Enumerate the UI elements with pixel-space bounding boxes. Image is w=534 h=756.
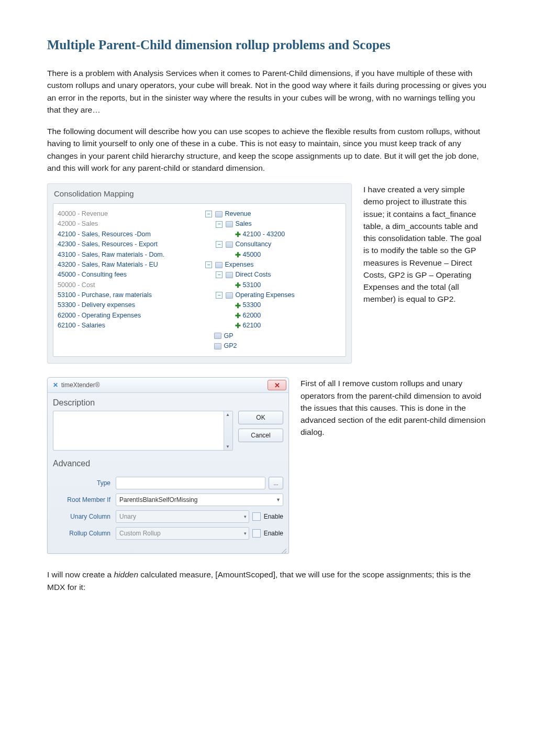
folder-icon: [226, 292, 233, 299]
unary-column-combo[interactable]: Unary▾: [116, 510, 249, 523]
rollup-enable-checkbox[interactable]: [252, 529, 261, 538]
tree-item[interactable]: ✚62000: [205, 311, 341, 321]
list-item[interactable]: 42000 - Sales: [58, 219, 200, 229]
plus-icon: ✚: [235, 232, 240, 237]
dialog-titlebar: ✕ timeXtender® ✕: [48, 378, 288, 393]
tree-item[interactable]: ✚53100: [205, 280, 341, 290]
label-rollup-column: Rollup Column: [53, 530, 113, 537]
app-icon: ✕: [53, 382, 58, 388]
tree-item-label: Sales: [235, 219, 251, 229]
list-item[interactable]: 40000 - Revenue: [58, 209, 200, 219]
scroll-down-icon[interactable]: ▼: [226, 444, 231, 449]
folder-icon: [215, 262, 222, 268]
paragraph-3: I will now create a hidden calculated me…: [47, 568, 487, 593]
tree-item[interactable]: −Operating Expenses: [205, 290, 341, 300]
rollup-column-combo[interactable]: Custom Rollup▾: [116, 527, 249, 540]
folder-icon: [214, 343, 221, 349]
unary-enable-label: Enable: [264, 513, 283, 520]
account-flat-list: 40000 - Revenue42000 - Sales42100 - Sale…: [58, 209, 200, 351]
ok-button[interactable]: OK: [238, 411, 283, 424]
list-item[interactable]: 45000 - Consulting fees: [58, 270, 200, 280]
resize-grip-icon[interactable]: [280, 547, 286, 553]
tree-item-label: 42100 - 43200: [242, 229, 285, 239]
tree-item-label: 45000: [242, 250, 261, 260]
root-member-if-combo[interactable]: ParentIsBlankSelfOrMissing▼: [116, 494, 283, 506]
type-browse-button[interactable]: ...: [269, 477, 283, 489]
label-root-member-if: Root Member If: [53, 496, 113, 503]
close-button[interactable]: ✕: [268, 380, 286, 390]
tree-item[interactable]: −Expenses: [205, 260, 341, 270]
paragraph-1: There is a problem with Analysis Service…: [47, 67, 487, 116]
plus-icon: ✚: [235, 313, 240, 318]
tree-item-label: 53300: [242, 300, 261, 310]
tree-item-label: GP: [224, 331, 233, 341]
list-item[interactable]: 53100 - Purchase, raw materials: [58, 290, 200, 300]
list-item[interactable]: 42100 - Sales, Resources -Dom: [58, 229, 200, 239]
list-item[interactable]: 53300 - Delivery expenses: [58, 300, 200, 310]
section-description: Description: [53, 396, 283, 411]
tree-item-label: 62000: [242, 311, 261, 321]
collapse-icon[interactable]: −: [216, 221, 222, 228]
tree-item[interactable]: GP: [205, 331, 341, 341]
folder-icon: [215, 211, 222, 217]
cancel-button[interactable]: Cancel: [238, 429, 283, 442]
tree-item-label: Expenses: [225, 260, 253, 270]
consolidation-mapping-panel: Consolidation Mapping 40000 - Revenue420…: [47, 183, 352, 364]
tree-item-label: GP2: [224, 341, 237, 351]
section-advanced: Advanced: [53, 457, 283, 472]
type-combo[interactable]: [116, 477, 265, 489]
account-tree: −Revenue−Sales✚42100 - 43200−Consultancy…: [205, 209, 341, 351]
collapse-icon[interactable]: −: [205, 261, 212, 268]
paragraph-2: The following document will describe how…: [47, 125, 487, 174]
side-paragraph-1: I have created a very simple demo projec…: [363, 183, 487, 305]
tree-item[interactable]: ✚45000: [205, 250, 341, 260]
plus-icon: ✚: [235, 252, 240, 257]
page-title: Multiple Parent-Child dimension rollup p…: [47, 38, 487, 52]
folder-icon: [214, 333, 221, 339]
list-item[interactable]: 62100 - Salaries: [58, 321, 200, 331]
tree-item-label: Operating Expenses: [235, 290, 294, 300]
list-item[interactable]: 50000 - Cost: [58, 280, 200, 290]
folder-icon: [226, 272, 233, 278]
edit-dimension-dialog: ✕ timeXtender® ✕ Description ▲ ▼ OK Canc…: [47, 377, 289, 554]
tree-item[interactable]: GP2: [205, 341, 341, 351]
collapse-icon[interactable]: −: [216, 271, 222, 278]
rollup-enable-label: Enable: [264, 530, 283, 537]
tree-item-label: Consultancy: [235, 239, 271, 249]
label-unary-column: Unary Column: [53, 513, 113, 520]
tree-item-label: 62100: [242, 321, 261, 331]
tree-item-label: Direct Costs: [235, 270, 271, 280]
plus-icon: ✚: [235, 323, 240, 328]
tree-item[interactable]: −Direct Costs: [205, 270, 341, 280]
dialog-title: timeXtender®: [61, 381, 100, 389]
tree-item-label: Revenue: [225, 209, 251, 219]
label-type: Type: [53, 479, 113, 487]
tree-item[interactable]: −Sales: [205, 219, 341, 229]
list-item[interactable]: 43100 - Sales, Raw materials - Dom.: [58, 250, 200, 260]
collapse-icon[interactable]: −: [216, 241, 222, 248]
folder-icon: [226, 221, 233, 227]
tree-item[interactable]: ✚62100: [205, 321, 341, 331]
plus-icon: ✚: [235, 303, 240, 308]
tree-item-label: 53100: [242, 280, 261, 290]
list-item[interactable]: 62000 - Operating Expenses: [58, 311, 200, 321]
tree-item[interactable]: −Consultancy: [205, 239, 341, 249]
description-textarea[interactable]: ▲ ▼: [53, 411, 233, 451]
chevron-down-icon: ▾: [244, 531, 247, 536]
collapse-icon[interactable]: −: [216, 292, 222, 299]
side-paragraph-2: First of all I remove custom rollups and…: [301, 377, 487, 438]
consolidation-title: Consolidation Mapping: [53, 187, 346, 203]
tree-item[interactable]: −Revenue: [205, 209, 341, 219]
chevron-down-icon: ▼: [276, 497, 281, 502]
folder-icon: [226, 242, 233, 248]
tree-item[interactable]: ✚53300: [205, 300, 341, 310]
chevron-down-icon: ▾: [244, 514, 247, 519]
list-item[interactable]: 42300 - Sales, Resources - Export: [58, 239, 200, 249]
scroll-up-icon[interactable]: ▲: [226, 412, 231, 417]
plus-icon: ✚: [235, 282, 240, 288]
tree-item[interactable]: ✚42100 - 43200: [205, 229, 341, 239]
list-item[interactable]: 43200 - Sales, Raw Materials - EU: [58, 260, 200, 270]
collapse-icon[interactable]: −: [205, 211, 212, 217]
unary-enable-checkbox[interactable]: [252, 512, 261, 521]
